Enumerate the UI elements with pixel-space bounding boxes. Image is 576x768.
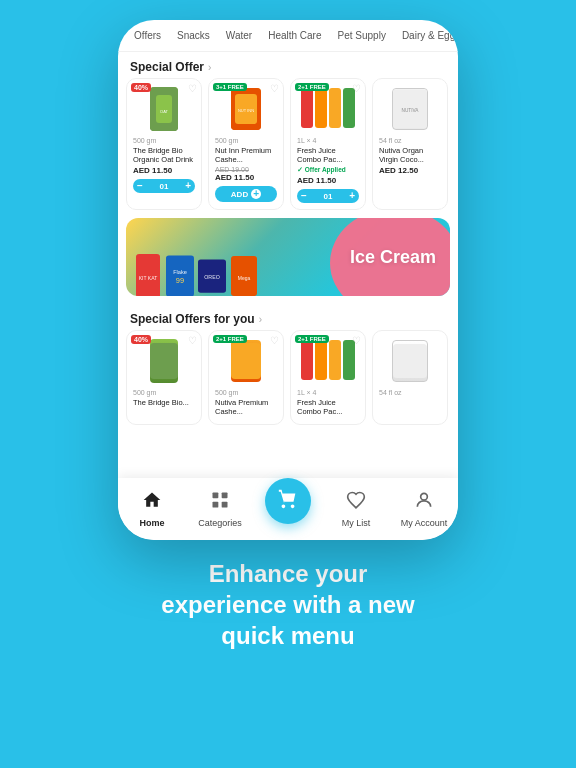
- product-card-8: 54 fl oz: [372, 330, 448, 425]
- product-card-5: 40% ♡ 500 gm The Bridge Bio...: [126, 330, 202, 425]
- product-name-2: Nut Inn Premium Cashe...: [215, 146, 277, 164]
- product-image-5: [133, 337, 195, 385]
- nut-inn-img-2: [231, 340, 261, 382]
- svg-text:Flake: Flake: [173, 269, 187, 275]
- product-weight-1: 500 gm: [133, 137, 195, 144]
- cat-water[interactable]: Water: [218, 30, 260, 41]
- nut-inn-img: NUT INN: [231, 88, 261, 130]
- svg-text:OAT: OAT: [160, 109, 168, 114]
- product-card-2: 3+1 FREE ♡ NUT INN 500 gm Nut Inn Premiu…: [208, 78, 284, 210]
- banner-ice-cream-text: Ice Cream: [350, 247, 436, 268]
- cart-icon: [277, 488, 299, 515]
- coconut-img-2: [392, 340, 428, 382]
- product-name-3: Fresh Juice Combo Pac...: [297, 146, 359, 164]
- wishlist-7[interactable]: ♡: [352, 335, 361, 346]
- flake-product: Flake 99: [166, 256, 194, 296]
- product-name-7: Fresh Juice Combo Pac...: [297, 398, 359, 416]
- ice-cream-banner[interactable]: KIT KAT Flake 99 OREO: [126, 218, 450, 296]
- svg-text:NUT INN: NUT INN: [238, 108, 254, 113]
- juice-img-2: [301, 340, 355, 382]
- svg-rect-19: [393, 344, 427, 378]
- svg-rect-18: [231, 343, 261, 379]
- nav-home[interactable]: Home: [118, 490, 186, 528]
- product-image-2: NUT INN: [215, 85, 277, 133]
- qty-minus-1[interactable]: −: [137, 181, 143, 191]
- cat-dairy[interactable]: Dairy & Eggs: [394, 30, 458, 41]
- cart-circle[interactable]: [265, 478, 311, 524]
- qty-minus-3[interactable]: −: [301, 191, 307, 201]
- product-card-6: 2+1 FREE ♡ 500 gm Nutiva Premium Cashe..…: [208, 330, 284, 425]
- add-button-2[interactable]: ADD +: [215, 186, 277, 202]
- nav-mylist[interactable]: My List: [322, 490, 390, 528]
- qty-val-3: 01: [324, 192, 333, 201]
- product-card-7: 2+1 FREE ♡ 1L × 4 Fresh Juice Combo Pac.…: [290, 330, 366, 425]
- banner-products: KIT KAT Flake 99 OREO: [134, 256, 258, 296]
- special-offers-you-arrow[interactable]: ›: [259, 314, 262, 325]
- svg-rect-21: [222, 493, 228, 499]
- categories-icon: [210, 490, 230, 515]
- product-price-1: AED 11.50: [133, 166, 195, 175]
- product-image-3: [297, 85, 359, 133]
- svg-text:99: 99: [176, 276, 184, 285]
- qty-val-1: 01: [160, 182, 169, 191]
- cat-health[interactable]: Health Care: [260, 30, 329, 41]
- product-name-4: Nutiva Organ Virgin Coco...: [379, 146, 441, 164]
- badge-6: 2+1 FREE: [213, 335, 247, 343]
- tagline-text: Enhance yourexperience with a newquick m…: [161, 560, 414, 649]
- special-offers-you-header: Special Offers for you ›: [118, 304, 458, 330]
- product-card-4: NUTIVA 54 fl oz Nutiva Organ Virgin Coco…: [372, 78, 448, 210]
- svg-text:Mega: Mega: [238, 275, 251, 281]
- product-weight-3: 1L × 4: [297, 137, 359, 144]
- wishlist-5[interactable]: ♡: [188, 335, 197, 346]
- badge-3: 2+1 FREE: [295, 83, 329, 91]
- product-old-price-2: AED 19.00: [215, 166, 277, 173]
- qty-control-3[interactable]: − 01 +: [297, 189, 359, 203]
- badge-2: 3+1 FREE: [213, 83, 247, 91]
- product-weight-2: 500 gm: [215, 137, 277, 144]
- mylist-icon: [346, 490, 366, 515]
- badge-5: 40%: [131, 335, 151, 344]
- product-price-2: AED 11.50: [215, 173, 277, 182]
- nav-account[interactable]: My Account: [390, 490, 458, 528]
- nav-categories[interactable]: Categories: [186, 490, 254, 528]
- phone-mockup: Offers Snacks Water Health Care Pet Supp…: [118, 20, 458, 540]
- svg-text:KIT KAT: KIT KAT: [139, 275, 157, 281]
- qty-control-1[interactable]: − 01 +: [133, 179, 195, 193]
- account-icon: [414, 490, 434, 515]
- cat-pet[interactable]: Pet Supply: [330, 30, 394, 41]
- badge-1: 40%: [131, 83, 151, 92]
- kitkat-product: KIT KAT: [134, 256, 162, 296]
- cat-offers[interactable]: Offers: [126, 30, 169, 41]
- wishlist-1[interactable]: ♡: [188, 83, 197, 94]
- svg-text:NUTIVA: NUTIVA: [402, 108, 420, 113]
- special-offers-you-products: 40% ♡ 500 gm The Bridge Bio... 2+1 FREE …: [118, 330, 458, 425]
- nav-cart[interactable]: [254, 486, 322, 532]
- qty-plus-3[interactable]: +: [349, 191, 355, 201]
- home-icon: [142, 490, 162, 515]
- product-image-6: [215, 337, 277, 385]
- special-offer-title: Special Offer: [130, 60, 204, 74]
- cat-snacks[interactable]: Snacks: [169, 30, 218, 41]
- badge-7: 2+1 FREE: [295, 335, 329, 343]
- nav-categories-label: Categories: [198, 518, 242, 528]
- nav-home-label: Home: [139, 518, 164, 528]
- tagline: Enhance yourexperience with a newquick m…: [129, 558, 446, 652]
- nav-mylist-label: My List: [342, 518, 371, 528]
- phone-content: Special Offer › 40% ♡ OAT 500: [118, 52, 458, 478]
- add-plus-icon-2: +: [251, 189, 261, 199]
- bottom-nav: Home Categories: [118, 478, 458, 540]
- qty-plus-1[interactable]: +: [185, 181, 191, 191]
- product-image-4: NUTIVA: [379, 85, 441, 133]
- svg-text:OREO: OREO: [204, 274, 219, 280]
- product-weight-8: 54 fl oz: [379, 389, 441, 396]
- product-name-1: The Bridge Bio Organic Oat Drink Barista…: [133, 146, 195, 164]
- wishlist-6[interactable]: ♡: [270, 335, 279, 346]
- svg-rect-17: [150, 343, 178, 379]
- product-card-3: 2+1 FREE ♡ 1L × 4 Fresh Juice Combo Pac.…: [290, 78, 366, 210]
- product-name-5: The Bridge Bio...: [133, 398, 195, 416]
- product-image-8: [379, 337, 441, 385]
- wishlist-3[interactable]: ♡: [352, 83, 361, 94]
- wishlist-2[interactable]: ♡: [270, 83, 279, 94]
- special-offer-products: 40% ♡ OAT 500 gm The Bridge Bio Organic …: [118, 78, 458, 210]
- special-offer-arrow[interactable]: ›: [208, 62, 211, 73]
